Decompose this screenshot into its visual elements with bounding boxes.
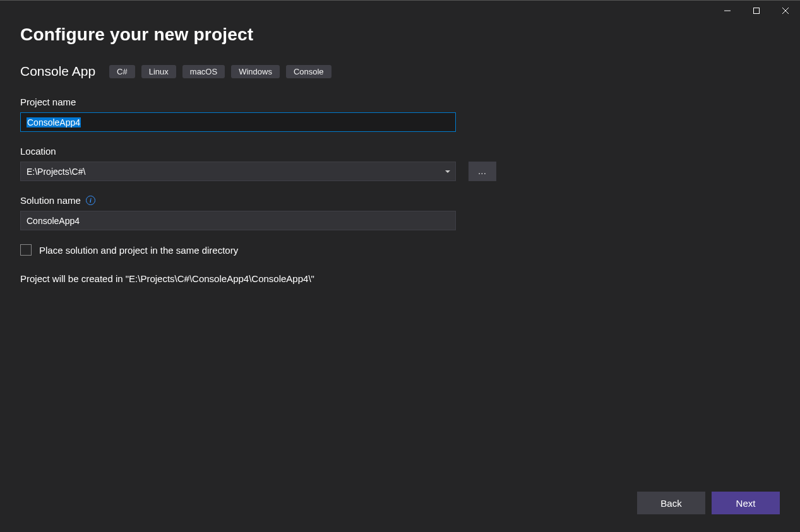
same-directory-label: Place solution and project in the same d… <box>39 245 238 256</box>
tag-macos: macOS <box>182 65 225 78</box>
creation-path-hint: Project will be created in "E:\Projects\… <box>20 273 780 284</box>
page-title: Configure your new project <box>20 25 780 45</box>
svg-rect-1 <box>754 8 760 14</box>
window-controls <box>713 1 800 21</box>
browse-button[interactable]: ... <box>469 162 496 181</box>
tag-linux: Linux <box>141 65 176 78</box>
location-label: Location <box>20 146 780 157</box>
template-name: Console App <box>20 64 95 79</box>
tag-csharp: C# <box>109 65 135 78</box>
template-row: Console App C# Linux macOS Windows Conso… <box>20 64 780 79</box>
chevron-down-icon <box>445 170 450 173</box>
solution-name-label: Solution name i <box>20 195 780 206</box>
back-button[interactable]: Back <box>637 492 705 514</box>
footer-buttons: Back Next <box>637 492 780 514</box>
same-directory-checkbox[interactable] <box>20 244 32 256</box>
next-button[interactable]: Next <box>712 492 780 514</box>
location-value: E:\Projects\C#\ <box>27 167 85 177</box>
close-button[interactable] <box>771 1 800 21</box>
tag-windows: Windows <box>231 65 280 78</box>
solution-name-value: ConsoleApp4 <box>27 216 80 226</box>
project-name-input[interactable]: ConsoleApp4 <box>20 112 456 132</box>
solution-name-input[interactable]: ConsoleApp4 <box>20 211 456 230</box>
info-icon[interactable]: i <box>86 196 95 205</box>
solution-name-label-text: Solution name <box>20 195 81 206</box>
location-combobox[interactable]: E:\Projects\C#\ <box>20 162 456 181</box>
minimize-button[interactable] <box>713 1 742 21</box>
project-name-label: Project name <box>20 97 780 107</box>
project-name-value: ConsoleApp4 <box>27 117 81 127</box>
maximize-button[interactable] <box>742 1 771 21</box>
tag-console: Console <box>286 65 331 78</box>
